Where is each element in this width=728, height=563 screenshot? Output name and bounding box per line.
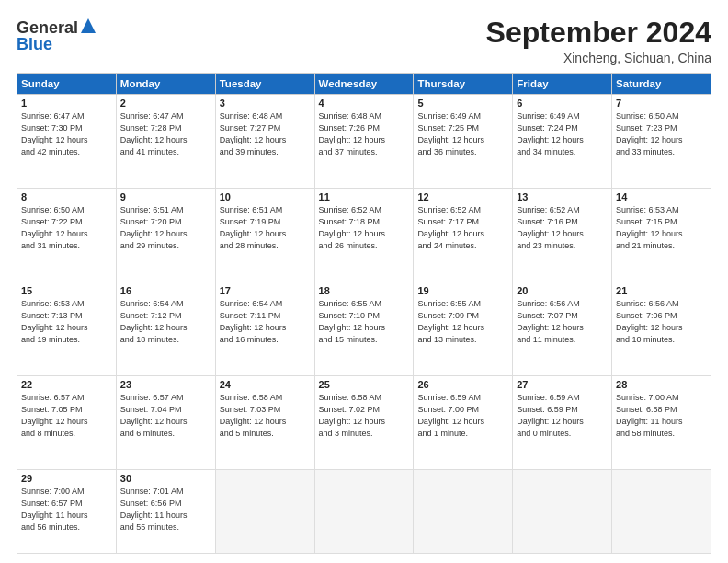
day-info: Sunrise: 6:49 AMSunset: 7:25 PMDaylight:… [417, 110, 508, 158]
day-info: Sunrise: 6:49 AMSunset: 7:24 PMDaylight:… [517, 110, 608, 158]
day-number: 15 [21, 285, 112, 296]
day-info: Sunrise: 6:50 AMSunset: 7:23 PMDaylight:… [616, 110, 707, 158]
table-row: 7 Sunrise: 6:50 AMSunset: 7:23 PMDayligh… [612, 95, 711, 189]
table-row: 17 Sunrise: 6:54 AMSunset: 7:11 PMDaylig… [215, 282, 314, 376]
day-info: Sunrise: 7:00 AMSunset: 6:58 PMDaylight:… [616, 392, 707, 440]
day-info: Sunrise: 6:56 AMSunset: 7:07 PMDaylight:… [517, 298, 608, 346]
day-info: Sunrise: 6:50 AMSunset: 7:22 PMDaylight:… [21, 204, 112, 252]
col-wednesday: Wednesday [314, 74, 414, 95]
table-row [414, 470, 513, 554]
day-info: Sunrise: 6:54 AMSunset: 7:12 PMDaylight:… [120, 298, 211, 346]
col-friday: Friday [513, 74, 612, 95]
day-info: Sunrise: 6:51 AMSunset: 7:19 PMDaylight:… [220, 204, 311, 252]
day-number: 25 [319, 379, 410, 390]
day-info: Sunrise: 6:47 AMSunset: 7:30 PMDaylight:… [21, 110, 112, 158]
table-row: 13 Sunrise: 6:52 AMSunset: 7:16 PMDaylig… [513, 189, 612, 282]
day-number: 7 [616, 98, 707, 109]
col-tuesday: Tuesday [215, 74, 314, 95]
day-number: 11 [319, 191, 410, 202]
day-info: Sunrise: 6:48 AMSunset: 7:27 PMDaylight:… [220, 110, 311, 158]
table-row: 18 Sunrise: 6:55 AMSunset: 7:10 PMDaylig… [314, 282, 414, 376]
day-number: 21 [616, 285, 707, 296]
table-row [612, 470, 711, 554]
col-monday: Monday [116, 74, 215, 95]
day-number: 17 [220, 285, 311, 296]
day-number: 19 [417, 285, 508, 296]
table-row: 28 Sunrise: 7:00 AMSunset: 6:58 PMDaylig… [612, 376, 711, 470]
day-number: 10 [220, 191, 311, 202]
table-row [215, 470, 314, 554]
day-info: Sunrise: 6:57 AMSunset: 7:04 PMDaylight:… [120, 392, 211, 440]
table-row: 11 Sunrise: 6:52 AMSunset: 7:18 PMDaylig… [314, 189, 414, 282]
day-number: 13 [517, 191, 608, 202]
table-row: 27 Sunrise: 6:59 AMSunset: 6:59 PMDaylig… [513, 376, 612, 470]
page: General Blue September 2024 Xincheng, Si… [0, 0, 728, 563]
table-row: 3 Sunrise: 6:48 AMSunset: 7:27 PMDayligh… [215, 95, 314, 189]
day-number: 27 [517, 379, 608, 390]
day-info: Sunrise: 7:00 AMSunset: 6:57 PMDaylight:… [21, 486, 112, 534]
day-number: 8 [21, 191, 112, 202]
day-info: Sunrise: 6:47 AMSunset: 7:28 PMDaylight:… [120, 110, 211, 158]
day-number: 22 [21, 379, 112, 390]
table-row: 22 Sunrise: 6:57 AMSunset: 7:05 PMDaylig… [17, 376, 117, 470]
table-row: 9 Sunrise: 6:51 AMSunset: 7:20 PMDayligh… [116, 189, 215, 282]
header: General Blue September 2024 Xincheng, Si… [17, 17, 711, 65]
day-info: Sunrise: 6:48 AMSunset: 7:26 PMDaylight:… [319, 110, 410, 158]
day-number: 12 [417, 191, 508, 202]
day-info: Sunrise: 6:52 AMSunset: 7:18 PMDaylight:… [319, 204, 410, 252]
day-info: Sunrise: 6:57 AMSunset: 7:05 PMDaylight:… [21, 392, 112, 440]
table-row: 4 Sunrise: 6:48 AMSunset: 7:26 PMDayligh… [314, 95, 414, 189]
table-row: 25 Sunrise: 6:58 AMSunset: 7:02 PMDaylig… [314, 376, 414, 470]
day-number: 28 [616, 379, 707, 390]
table-row: 24 Sunrise: 6:58 AMSunset: 7:03 PMDaylig… [215, 376, 314, 470]
day-info: Sunrise: 6:56 AMSunset: 7:06 PMDaylight:… [616, 298, 707, 346]
day-info: Sunrise: 6:58 AMSunset: 7:02 PMDaylight:… [319, 392, 410, 440]
table-row: 26 Sunrise: 6:59 AMSunset: 7:00 PMDaylig… [414, 376, 513, 470]
table-row: 14 Sunrise: 6:53 AMSunset: 7:15 PMDaylig… [612, 189, 711, 282]
day-number: 23 [120, 379, 211, 390]
table-row: 5 Sunrise: 6:49 AMSunset: 7:25 PMDayligh… [414, 95, 513, 189]
table-row: 30 Sunrise: 7:01 AMSunset: 6:56 PMDaylig… [116, 470, 215, 554]
day-info: Sunrise: 6:59 AMSunset: 6:59 PMDaylight:… [517, 392, 608, 440]
day-number: 14 [616, 191, 707, 202]
col-sunday: Sunday [17, 74, 117, 95]
day-number: 29 [21, 473, 112, 484]
day-number: 24 [220, 379, 311, 390]
table-row [513, 470, 612, 554]
col-thursday: Thursday [414, 74, 513, 95]
day-info: Sunrise: 6:55 AMSunset: 7:10 PMDaylight:… [319, 298, 410, 346]
table-row: 12 Sunrise: 6:52 AMSunset: 7:17 PMDaylig… [414, 189, 513, 282]
day-info: Sunrise: 6:55 AMSunset: 7:09 PMDaylight:… [417, 298, 508, 346]
day-number: 2 [120, 98, 211, 109]
day-info: Sunrise: 6:52 AMSunset: 7:16 PMDaylight:… [517, 204, 608, 252]
table-row: 29 Sunrise: 7:00 AMSunset: 6:57 PMDaylig… [17, 470, 117, 554]
table-row: 2 Sunrise: 6:47 AMSunset: 7:28 PMDayligh… [116, 95, 215, 189]
logo-icon [79, 17, 97, 39]
table-row: 21 Sunrise: 6:56 AMSunset: 7:06 PMDaylig… [612, 282, 711, 376]
svg-marker-0 [81, 18, 96, 33]
day-number: 4 [319, 98, 410, 109]
day-number: 1 [21, 98, 112, 109]
location-title: Xincheng, Sichuan, China [486, 51, 711, 65]
day-info: Sunrise: 6:52 AMSunset: 7:17 PMDaylight:… [417, 204, 508, 252]
calendar-table: Sunday Monday Tuesday Wednesday Thursday… [17, 73, 711, 554]
day-number: 6 [517, 98, 608, 109]
day-info: Sunrise: 7:01 AMSunset: 6:56 PMDaylight:… [120, 486, 211, 534]
day-info: Sunrise: 6:51 AMSunset: 7:20 PMDaylight:… [120, 204, 211, 252]
day-info: Sunrise: 6:58 AMSunset: 7:03 PMDaylight:… [220, 392, 311, 440]
calendar-header-row: Sunday Monday Tuesday Wednesday Thursday… [17, 74, 711, 95]
table-row: 15 Sunrise: 6:53 AMSunset: 7:13 PMDaylig… [17, 282, 117, 376]
day-info: Sunrise: 6:59 AMSunset: 7:00 PMDaylight:… [417, 392, 508, 440]
day-number: 30 [120, 473, 211, 484]
day-number: 16 [120, 285, 211, 296]
logo: General Blue [17, 17, 98, 54]
day-number: 20 [517, 285, 608, 296]
title-block: September 2024 Xincheng, Sichuan, China [486, 17, 711, 65]
table-row: 1 Sunrise: 6:47 AMSunset: 7:30 PMDayligh… [17, 95, 117, 189]
logo-blue-text: Blue [17, 35, 52, 54]
table-row: 6 Sunrise: 6:49 AMSunset: 7:24 PMDayligh… [513, 95, 612, 189]
table-row [314, 470, 414, 554]
month-title: September 2024 [486, 17, 711, 49]
day-info: Sunrise: 6:54 AMSunset: 7:11 PMDaylight:… [220, 298, 311, 346]
day-number: 18 [319, 285, 410, 296]
